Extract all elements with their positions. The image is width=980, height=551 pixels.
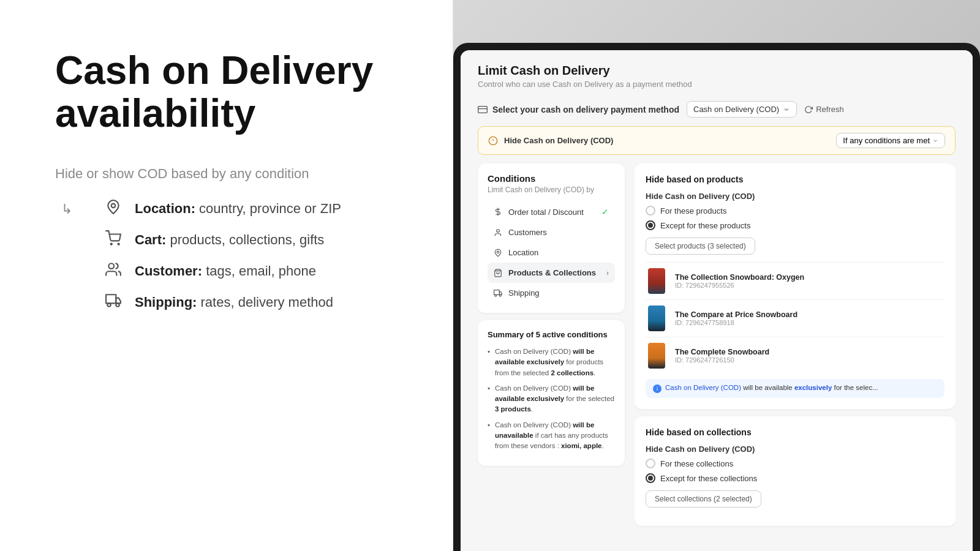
hide-cod-label: Hide Cash on Delivery (COD)	[504, 136, 830, 145]
condition-customers[interactable]: Customers	[488, 222, 615, 242]
feature-shipping-text: Shipping: rates, delivery method	[135, 294, 333, 310]
conditions-subtitle: Limit Cash on Delivery (COD) by	[488, 186, 615, 194]
collections-radio-group: For these collections Except for these c…	[646, 459, 944, 483]
tablet-frame: Limit Cash on Delivery Control who can u…	[453, 43, 980, 551]
condition-order-total-label: Order total / Discount	[508, 208, 584, 217]
shipping-icon	[103, 293, 124, 313]
summary-card: Summary of 5 active conditions Cash on D…	[478, 320, 625, 466]
refresh-button[interactable]: Refresh	[804, 105, 844, 114]
app-title: Limit Cash on Delivery	[478, 64, 956, 78]
condition-products-label: Products & Collections	[508, 268, 596, 277]
condition-products-arrow: ›	[606, 268, 609, 277]
collections-card: Hide based on collections Hide Cash on D…	[635, 416, 956, 526]
payment-method-select[interactable]: Cash on Delivery (COD)	[687, 101, 797, 118]
payment-select-row: Select your cash on delivery payment met…	[461, 95, 973, 126]
tablet-screen: Limit Cash on Delivery Control who can u…	[461, 50, 973, 551]
customer-icon	[103, 261, 124, 282]
radio-for-products-circle	[646, 206, 655, 216]
product-row-3: The Complete Snowboard ID: 7296247726150	[646, 337, 944, 374]
radio-except-collections[interactable]: Except for these collections	[646, 473, 944, 483]
conditions-title: Conditions	[488, 173, 615, 184]
product-id-3: ID: 7296247726150	[675, 356, 944, 364]
right-panel: Limit Cash on Delivery Control who can u…	[453, 0, 980, 551]
conditions-card: Conditions Limit Cash on Delivery (COD) …	[478, 163, 625, 313]
svg-point-3	[108, 263, 114, 269]
condition-order-total[interactable]: Order total / Discount ✓	[488, 201, 615, 222]
product-row-1: The Collection Snowboard: Oxygen ID: 729…	[646, 262, 944, 299]
product-name-1: The Collection Snowboard: Oxygen	[675, 273, 944, 282]
condition-customers-label: Customers	[508, 228, 547, 237]
condition-location[interactable]: Location	[488, 242, 615, 263]
feature-cart-text: Cart: products, collections, gifts	[135, 232, 324, 248]
product-image-compare	[646, 305, 668, 332]
svg-point-13	[497, 229, 500, 232]
product-row-2: The Compare at Price Snowboard ID: 72962…	[646, 299, 944, 337]
condition-location-label: Location	[508, 248, 538, 257]
product-id-1: ID: 7296247955526	[675, 282, 944, 289]
product-info-2: The Compare at Price Snowboard ID: 72962…	[675, 310, 944, 326]
main-content: Conditions Limit Cash on Delivery (COD) …	[461, 155, 973, 551]
product-info-3: The Complete Snowboard ID: 7296247726150	[675, 348, 944, 364]
product-id-2: ID: 7296247758918	[675, 319, 944, 326]
summary-item-1: Cash on Delivery (COD) will be available…	[488, 347, 615, 378]
radio-except-products-circle	[646, 220, 655, 230]
feature-location: Location: country, province or ZIP	[103, 199, 341, 219]
radio-for-products[interactable]: For these products	[646, 206, 944, 216]
radio-except-collections-circle	[646, 473, 655, 483]
svg-point-17	[495, 294, 497, 296]
select-products-button[interactable]: Select products (3 selected)	[646, 238, 755, 255]
svg-point-0	[111, 203, 116, 208]
products-card-title: Hide based on products	[646, 174, 944, 184]
products-card: Hide based on products Hide Cash on Deli…	[635, 163, 956, 409]
radio-for-collections-circle	[646, 459, 655, 468]
svg-point-6	[116, 303, 119, 306]
condition-order-total-check: ✓	[601, 207, 609, 217]
feature-cart: Cart: products, collections, gifts	[103, 230, 341, 250]
radio-for-collections[interactable]: For these collections	[646, 459, 944, 468]
hide-cod-bar: Hide Cash on Delivery (COD) If any condi…	[478, 126, 956, 155]
summary-item-2: Cash on Delivery (COD) will be available…	[488, 383, 615, 415]
condition-shipping[interactable]: Shipping	[488, 283, 615, 303]
cart-icon	[103, 230, 124, 250]
payment-icon-label: Select your cash on delivery payment met…	[478, 105, 679, 114]
svg-rect-4	[106, 294, 116, 303]
condition-shipping-label: Shipping	[508, 288, 540, 298]
svg-point-18	[499, 294, 501, 296]
app-header: Limit Cash on Delivery Control who can u…	[461, 50, 973, 95]
product-image-oxygen	[646, 268, 668, 294]
products-cod-label: Hide Cash on Delivery (COD)	[646, 192, 944, 201]
condition-products-collections[interactable]: Products & Collections ›	[488, 263, 615, 283]
feature-customer: Customer: tags, email, phone	[103, 261, 341, 282]
left-panel: Cash on Delivery availability Hide or sh…	[0, 0, 453, 551]
summary-item-3: Cash on Delivery (COD) will be unavailab…	[488, 420, 615, 452]
main-title: Cash on Delivery availability	[55, 49, 404, 135]
feature-location-text: Location: country, province or ZIP	[135, 201, 341, 217]
svg-point-5	[107, 303, 110, 306]
svg-point-1	[111, 243, 112, 244]
app-subtitle: Control who can use Cash on Delivery as …	[478, 80, 956, 89]
cod-info-bar: i Cash on Delivery (COD) will be availab…	[646, 379, 944, 398]
products-panel: Hide based on products Hide Cash on Deli…	[635, 163, 956, 551]
product-name-3: The Complete Snowboard	[675, 348, 944, 356]
cod-info-text: Cash on Delivery (COD) will be available…	[665, 384, 878, 391]
svg-point-14	[497, 251, 499, 253]
radio-except-products[interactable]: Except for these products	[646, 220, 944, 230]
conditions-panel: Conditions Limit Cash on Delivery (COD) …	[478, 163, 625, 551]
product-name-2: The Compare at Price Snowboard	[675, 310, 944, 319]
info-icon: i	[653, 384, 662, 393]
feature-shipping: Shipping: rates, delivery method	[103, 293, 341, 313]
svg-rect-16	[494, 290, 500, 294]
summary-title: Summary of 5 active conditions	[488, 330, 615, 339]
select-collections-button[interactable]: Select collections (2 selected)	[646, 490, 761, 508]
product-image-complete	[646, 342, 668, 369]
collections-card-title: Hide based on collections	[646, 427, 944, 437]
svg-rect-7	[478, 106, 488, 113]
feature-customer-text: Customer: tags, email, phone	[135, 263, 316, 279]
condition-dropdown[interactable]: If any conditions are met	[836, 133, 945, 148]
location-icon	[103, 199, 124, 219]
product-info-1: The Collection Snowboard: Oxygen ID: 729…	[675, 273, 944, 289]
products-radio-group: For these products Except for these prod…	[646, 206, 944, 230]
svg-point-2	[118, 243, 119, 244]
subtitle: Hide or show COD based by any condition	[55, 166, 404, 182]
collections-cod-label: Hide Cash on Delivery (COD)	[646, 444, 944, 454]
